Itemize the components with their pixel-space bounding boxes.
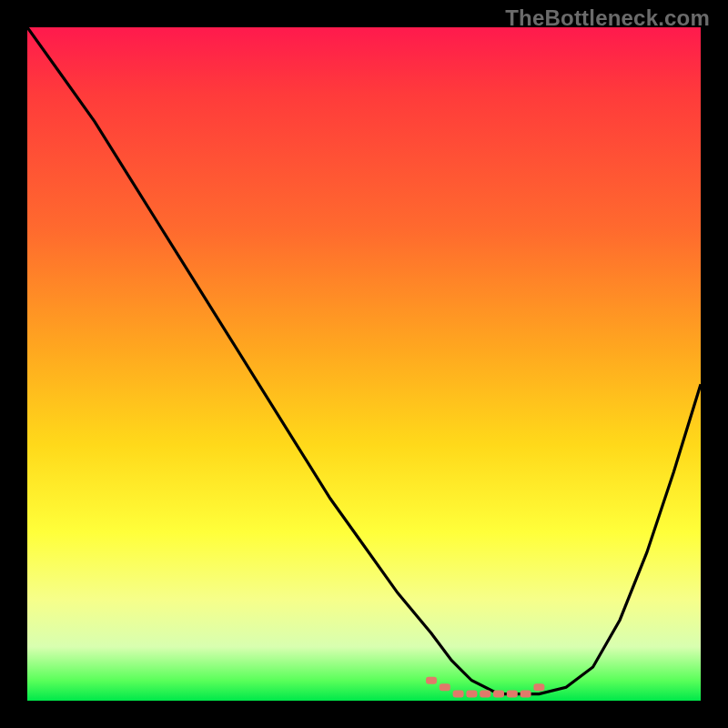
optimal-marker: [466, 691, 477, 698]
optimal-marker: [426, 677, 437, 684]
plot-area: [27, 27, 701, 701]
optimal-marker: [480, 691, 490, 698]
optimal-marker: [440, 683, 450, 691]
optimal-marker: [453, 691, 464, 698]
optimal-marker: [493, 691, 504, 698]
optimal-marker: [507, 691, 518, 698]
bottleneck-curve: [27, 27, 701, 694]
optimal-marker: [533, 683, 544, 691]
curve-layer: [27, 27, 701, 701]
optimal-range-markers: [426, 677, 544, 698]
chart-frame: TheBottleneck.com: [0, 0, 728, 728]
optimal-marker: [521, 691, 531, 698]
